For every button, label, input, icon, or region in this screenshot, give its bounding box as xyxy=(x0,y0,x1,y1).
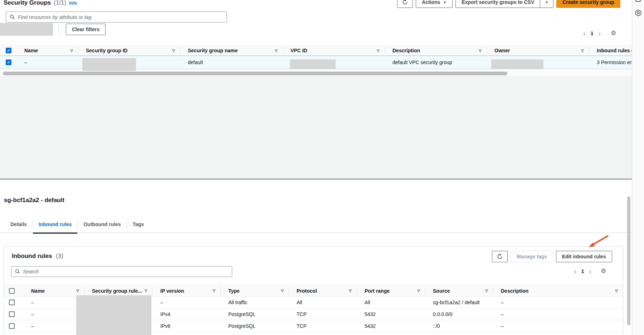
column-header-port-range[interactable]: Port range ▽ xyxy=(357,285,425,296)
refresh-rules-button[interactable] xyxy=(492,251,508,262)
current-page[interactable]: 1 xyxy=(581,268,584,274)
row-checkbox[interactable] xyxy=(9,300,15,305)
filter-funnel-icon[interactable]: ▽ xyxy=(145,289,147,293)
detail-title: sg-bcf1a2a2 - default xyxy=(4,197,64,204)
select-all-checkbox[interactable]: ✓ xyxy=(6,48,11,53)
select-all-cell: ✓ xyxy=(0,46,16,56)
filter-funnel-icon[interactable]: ▽ xyxy=(76,289,79,293)
table-settings-gear-icon[interactable]: ⚙ xyxy=(611,29,616,37)
column-divider xyxy=(180,47,180,54)
edit-inbound-rules-button[interactable]: Edit inbound rules xyxy=(556,251,612,262)
vertical-scrollbar-thumb[interactable] xyxy=(627,196,630,325)
current-page[interactable]: 1 xyxy=(591,30,594,36)
column-divider xyxy=(589,47,589,54)
filter-funnel-icon[interactable]: ▽ xyxy=(581,49,584,53)
groups-pagination: ‹ 1 › ⚙ xyxy=(583,29,616,37)
page-title: Security Groups xyxy=(4,0,51,6)
filter-funnel-icon[interactable]: ▽ xyxy=(275,49,278,53)
column-header-name[interactable]: Name ▽ xyxy=(23,285,84,296)
page-header: Security Groups (1/1) Info xyxy=(4,0,77,6)
column-header-vpc-id[interactable]: VPC ID ▽ xyxy=(283,46,385,56)
cell-source: 0.0.0.0/0 xyxy=(425,311,493,317)
column-header-security-group-name[interactable]: Security group name ▽ xyxy=(180,46,283,56)
column-header-name[interactable]: Name ▽ xyxy=(16,46,78,56)
cell-port-range: All xyxy=(357,300,425,305)
next-page-icon[interactable]: › xyxy=(589,268,591,275)
cell-name: – xyxy=(23,311,84,317)
column-header-protocol[interactable]: Protocol ▽ xyxy=(289,285,357,296)
row-checkbox[interactable] xyxy=(9,323,15,329)
filter-funnel-icon[interactable]: ▽ xyxy=(349,289,352,293)
empty-area xyxy=(0,76,632,178)
cell-source: sg-bcf1a2a2 / default xyxy=(425,300,493,305)
column-header-description[interactable]: Description ▽ xyxy=(493,285,623,296)
previous-page-icon[interactable]: ‹ xyxy=(583,30,586,37)
refresh-button[interactable] xyxy=(397,0,413,8)
cell-description: – xyxy=(493,300,623,305)
previous-page-icon[interactable]: ‹ xyxy=(574,268,576,275)
horizontal-scrollbar[interactable] xyxy=(0,71,631,76)
column-header-type[interactable]: Type ▽ xyxy=(220,285,289,296)
security-group-detail-section: sg-bcf1a2a2 - default Details Inbound ru… xyxy=(0,180,632,335)
filter-funnel-icon[interactable]: ▽ xyxy=(281,289,284,293)
cell-type: PostgreSQL xyxy=(220,323,289,329)
redacted-security-group-id xyxy=(82,58,136,71)
select-all-checkbox[interactable] xyxy=(9,288,15,294)
resource-search xyxy=(6,11,227,23)
cell-port-range: 5432 xyxy=(357,323,425,329)
clear-filters-button[interactable]: Clear filters xyxy=(66,24,106,35)
cell-name: – xyxy=(23,300,84,305)
right-icon-rail xyxy=(632,0,644,335)
info-link[interactable]: Info xyxy=(69,1,77,6)
cell-ip-version: IPv6 xyxy=(152,323,220,329)
export-csv-menu-button[interactable]: ▼ xyxy=(540,0,553,8)
column-divider xyxy=(78,47,78,54)
horizontal-scrollbar-thumb[interactable] xyxy=(3,72,507,75)
amazon-q-hexagon-icon[interactable] xyxy=(635,9,642,16)
filter-funnel-icon[interactable]: ▽ xyxy=(70,49,73,53)
manage-tags-button[interactable]: Manage tags xyxy=(511,251,553,262)
tab-tags[interactable]: Tags xyxy=(127,216,150,233)
column-header-description[interactable]: Description ▽ xyxy=(385,46,487,56)
tab-details[interactable]: Details xyxy=(5,216,33,233)
row-checkbox[interactable]: ✓ xyxy=(6,59,11,65)
column-header-inbound-rules-count[interactable]: Inbound rules c xyxy=(589,46,632,56)
table-settings-gear-icon[interactable]: ⚙ xyxy=(601,267,606,275)
next-page-icon[interactable]: › xyxy=(598,30,601,37)
column-header-owner[interactable]: Owner ▽ xyxy=(487,46,589,56)
redacted-vpc-id xyxy=(290,59,336,69)
cell-protocol: TCP xyxy=(289,323,357,329)
security-groups-table: ✓ Name ▽ Security group ID ▽ Security gr… xyxy=(0,45,632,69)
column-header-source[interactable]: Source ▽ xyxy=(425,285,493,296)
notifications-icon[interactable] xyxy=(635,0,641,2)
create-security-group-button[interactable]: Create security group xyxy=(556,0,620,8)
filter-funnel-icon[interactable]: ▽ xyxy=(479,49,482,53)
export-csv-button[interactable]: Export security groups to CSV xyxy=(455,0,540,8)
column-divider xyxy=(493,287,493,295)
column-divider xyxy=(289,287,289,295)
rail-divider xyxy=(634,5,643,5)
filter-funnel-icon[interactable]: ▽ xyxy=(485,289,488,293)
tab-inbound-rules[interactable]: Inbound rules xyxy=(33,216,78,233)
cell-security-group-name: default xyxy=(180,59,283,65)
row-checkbox[interactable] xyxy=(9,311,15,317)
filter-funnel-icon[interactable]: ▽ xyxy=(417,289,420,293)
column-header-rule-id[interactable]: Security group rule... ▽ xyxy=(84,285,152,296)
column-header-security-group-id[interactable]: Security group ID ▽ xyxy=(78,46,180,56)
cell-protocol: TCP xyxy=(289,311,357,317)
resource-search-input[interactable] xyxy=(18,14,223,20)
filter-funnel-icon[interactable]: ▽ xyxy=(615,289,618,293)
rules-search-input[interactable] xyxy=(23,269,228,274)
actions-button[interactable]: Actions ▼ xyxy=(416,0,453,8)
column-divider xyxy=(152,287,153,295)
inbound-rules-actions: Manage tags Edit inbound rules xyxy=(492,251,612,262)
export-split-button: Export security groups to CSV ▼ xyxy=(455,0,553,8)
tab-outbound-rules[interactable]: Outbound rules xyxy=(78,216,126,233)
filter-funnel-icon[interactable]: ▽ xyxy=(213,289,215,293)
search-icon xyxy=(10,14,15,20)
cell-ip-version: IPv4 xyxy=(152,311,220,317)
column-header-ip-version[interactable]: IP version ▽ xyxy=(152,285,220,296)
filter-funnel-icon[interactable]: ▽ xyxy=(377,49,380,53)
filter-funnel-icon[interactable]: ▽ xyxy=(172,49,175,53)
toolbar: Actions ▼ Export security groups to CSV … xyxy=(397,0,620,8)
